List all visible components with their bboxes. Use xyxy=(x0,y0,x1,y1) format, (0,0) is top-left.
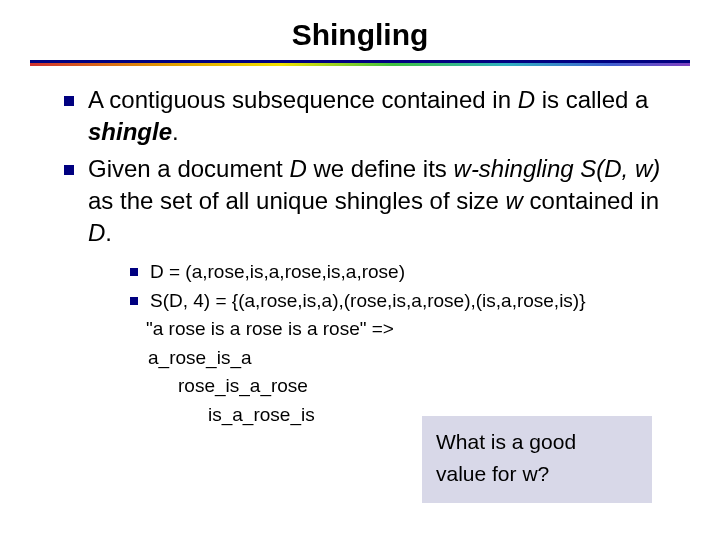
callout-line-2: value for w? xyxy=(436,458,638,490)
text: we define its xyxy=(307,155,454,182)
slide: { "title": "Shingling", "bullets": [ { "… xyxy=(0,0,720,540)
slide-content: A contiguous subsequence contained in D … xyxy=(0,84,720,429)
title-separator xyxy=(30,60,690,66)
slide-title: Shingling xyxy=(0,0,720,60)
shingle-example-1: a_rose_is_a xyxy=(88,344,680,373)
text: contained in xyxy=(523,187,659,214)
text: A contiguous subsequence contained in xyxy=(88,86,518,113)
var-w: w xyxy=(506,187,523,214)
term-shingle: shingle xyxy=(88,118,172,145)
var-D: D xyxy=(518,86,535,113)
var-D: D xyxy=(88,219,105,246)
text: Given a document xyxy=(88,155,289,182)
text: . xyxy=(105,219,112,246)
text: is called a xyxy=(535,86,648,113)
separator-rainbow-line xyxy=(30,63,690,66)
main-bullet-list: A contiguous subsequence contained in D … xyxy=(60,84,680,248)
shingle-example-2: rose_is_a_rose xyxy=(88,372,680,401)
sub-bullet-list: D = (a,rose,is,a,rose,is,a,rose) S(D, 4)… xyxy=(88,258,680,315)
quote-line: "a rose is a rose is a rose" => xyxy=(88,315,680,344)
callout-box: What is a good value for w? xyxy=(422,416,652,503)
sub-item-SD4: S(D, 4) = {(a,rose,is,a),(rose,is,a,rose… xyxy=(128,287,680,316)
callout-line-1: What is a good xyxy=(436,426,638,458)
term-wshingling: w-shingling xyxy=(454,155,574,182)
term-SDw: S(D, w) xyxy=(580,155,660,182)
var-D: D xyxy=(289,155,306,182)
text: . xyxy=(172,118,179,145)
sub-content: D = (a,rose,is,a,rose,is,a,rose) S(D, 4)… xyxy=(60,258,680,429)
bullet-item-shingle-def: A contiguous subsequence contained in D … xyxy=(60,84,680,147)
bullet-item-wshingling-def: Given a document D we define its w-shing… xyxy=(60,153,680,248)
sub-item-D: D = (a,rose,is,a,rose,is,a,rose) xyxy=(128,258,680,287)
text: as the set of all unique shingles of siz… xyxy=(88,187,506,214)
